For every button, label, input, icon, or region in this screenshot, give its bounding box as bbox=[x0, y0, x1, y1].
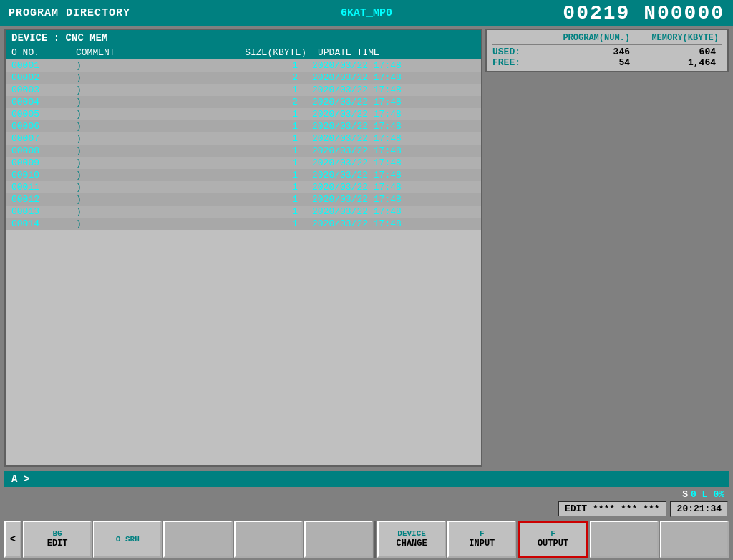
o-number: 00002 bbox=[11, 72, 76, 83]
o-number: 00011 bbox=[11, 182, 76, 193]
fkey-label-bottom: OUTPUT bbox=[538, 539, 568, 550]
top-header: PROGRAM DIRECTORY 6KAT_MP0 00219 N00000 bbox=[0, 0, 733, 26]
fkey-btn-2[interactable]: O SRH bbox=[93, 521, 162, 558]
screen: PROGRAM DIRECTORY 6KAT_MP0 00219 N00000 … bbox=[0, 0, 733, 560]
table-row[interactable]: 00006 ) 1 2020/03/22 17:48 bbox=[6, 120, 481, 132]
o-number: 00001 bbox=[11, 60, 76, 71]
fkey-label-top: F bbox=[480, 528, 485, 539]
bottom-area: A >_ S 0 L 0% EDIT **** *** *** 20:21:34… bbox=[0, 470, 733, 560]
update-time: 2020/03/22 17:48 bbox=[312, 218, 455, 229]
size-value: 1 bbox=[233, 145, 312, 156]
table-row[interactable]: 00008 ) 1 2020/03/22 17:48 bbox=[6, 145, 481, 157]
fkey-label-top: DEVICE bbox=[397, 528, 426, 539]
comment: ) bbox=[76, 60, 233, 71]
comment: ) bbox=[76, 109, 233, 120]
table-row[interactable]: 00014 ) 1 2020/03/22 17:48 bbox=[6, 218, 481, 230]
size-value: 2 bbox=[233, 97, 312, 107]
comment: ) bbox=[76, 97, 233, 107]
fkey-label-bottom: CHANGE bbox=[397, 539, 427, 550]
device-label: DEVICE : CNC_MEM bbox=[6, 30, 481, 46]
fkey-btn-8[interactable]: F OUTPUT bbox=[518, 521, 588, 558]
table-row[interactable]: 00002 ) 2 2020/03/22 17:48 bbox=[6, 72, 481, 84]
comment: ) bbox=[76, 72, 233, 83]
table-row[interactable]: 00004 ) 2 2020/03/22 17:48 bbox=[6, 96, 481, 108]
col-size-header: SIZE(KBYTE) bbox=[233, 47, 312, 58]
table-header: O NO. COMMENT SIZE(KBYTE) UPDATE TIME bbox=[6, 46, 481, 59]
input-bar: A >_ bbox=[4, 471, 729, 487]
table-row[interactable]: 00011 ) 1 2020/03/22 17:48 bbox=[6, 181, 481, 193]
right-panel: PROGRAM(NUM.) MEMORY(KBYTE) USED: 346 60… bbox=[485, 29, 729, 467]
memory-col-blank bbox=[492, 33, 550, 43]
update-time: 2020/03/22 17:48 bbox=[312, 60, 455, 71]
used-memory: 604 bbox=[636, 47, 722, 57]
machine-id: 6KAT_MP0 bbox=[341, 7, 392, 19]
o-number: 00010 bbox=[11, 170, 76, 180]
table-row[interactable]: 00009 ) 1 2020/03/22 17:48 bbox=[6, 157, 481, 169]
col-o-no-header: O NO. bbox=[11, 47, 76, 58]
size-value: 1 bbox=[233, 182, 312, 193]
size-value: 1 bbox=[233, 194, 312, 205]
fkey-btn-5[interactable] bbox=[304, 521, 373, 558]
update-time: 2020/03/22 17:48 bbox=[312, 206, 455, 217]
update-time: 2020/03/22 17:48 bbox=[312, 145, 455, 156]
update-time: 2020/03/22 17:48 bbox=[312, 97, 455, 107]
table-row[interactable]: 00001 ) 1 2020/03/22 17:48 bbox=[6, 59, 481, 72]
s-value: 0 L bbox=[691, 489, 707, 500]
fkey-btn-7[interactable]: F INPUT bbox=[447, 521, 516, 558]
size-value: 1 bbox=[233, 170, 312, 180]
comment: ) bbox=[76, 145, 233, 156]
memory-free-row: FREE: 54 1,464 bbox=[492, 57, 722, 68]
table-row[interactable]: 00013 ) 1 2020/03/22 17:48 bbox=[6, 206, 481, 218]
size-value: 1 bbox=[233, 109, 312, 120]
comment: ) bbox=[76, 206, 233, 217]
page-title: PROGRAM DIRECTORY bbox=[9, 7, 130, 19]
program-list: 00001 ) 1 2020/03/22 17:48 00002 ) 2 202… bbox=[6, 59, 481, 465]
update-time: 2020/03/22 17:48 bbox=[312, 121, 455, 132]
fkey-label-top: O SRH bbox=[116, 534, 140, 544]
main-area: DEVICE : CNC_MEM O NO. COMMENT SIZE(KBYT… bbox=[0, 26, 733, 470]
memory-header: PROGRAM(NUM.) MEMORY(KBYTE) bbox=[492, 33, 722, 45]
update-time: 2020/03/22 17:48 bbox=[312, 85, 455, 95]
size-value: 1 bbox=[233, 218, 312, 229]
fkey-btn-6[interactable]: DEVICE CHANGE bbox=[377, 521, 446, 558]
fkey-btn-3[interactable] bbox=[163, 521, 232, 558]
status-bar: S 0 L 0% bbox=[4, 488, 729, 501]
fkey-arrow-left[interactable]: < bbox=[4, 521, 21, 558]
free-memory: 1,464 bbox=[636, 57, 722, 68]
comment: ) bbox=[76, 170, 233, 180]
size-value: 2 bbox=[233, 72, 312, 83]
table-row[interactable]: 00010 ) 1 2020/03/22 17:48 bbox=[6, 169, 481, 181]
comment: ) bbox=[76, 133, 233, 144]
size-value: 1 bbox=[233, 85, 312, 95]
memory-col-programs: PROGRAM(NUM.) bbox=[550, 33, 636, 43]
comment: ) bbox=[76, 121, 233, 132]
used-label: USED: bbox=[492, 47, 550, 57]
used-programs: 346 bbox=[550, 47, 636, 57]
program-number: 00219 N00000 bbox=[563, 2, 724, 24]
table-row[interactable]: 00005 ) 1 2020/03/22 17:48 bbox=[6, 108, 481, 120]
memory-info: PROGRAM(NUM.) MEMORY(KBYTE) USED: 346 60… bbox=[485, 29, 729, 72]
size-value: 1 bbox=[233, 121, 312, 132]
fkey-btn-1[interactable]: BG EDIT bbox=[23, 521, 92, 558]
edit-mode-box: EDIT **** *** *** bbox=[558, 501, 667, 517]
free-programs: 54 bbox=[550, 57, 636, 68]
fkey-label-bottom: EDIT bbox=[47, 539, 68, 550]
table-row[interactable]: 00003 ) 1 2020/03/22 17:48 bbox=[6, 84, 481, 96]
update-time: 2020/03/22 17:48 bbox=[312, 72, 455, 83]
fkey-btn-9[interactable] bbox=[590, 521, 659, 558]
o-number: 00007 bbox=[11, 133, 76, 144]
size-value: 1 bbox=[233, 206, 312, 217]
fkey-btn-4[interactable] bbox=[234, 521, 303, 558]
free-label: FREE: bbox=[492, 57, 550, 68]
size-value: 1 bbox=[233, 133, 312, 144]
update-time: 2020/03/22 17:48 bbox=[312, 109, 455, 120]
size-value: 1 bbox=[233, 158, 312, 168]
fkey-btn-10[interactable] bbox=[660, 521, 729, 558]
o-number: 00012 bbox=[11, 194, 76, 205]
col-comment-header: COMMENT bbox=[76, 47, 233, 58]
fkey-divider bbox=[374, 521, 376, 558]
table-row[interactable]: 00007 ) 1 2020/03/22 17:48 bbox=[6, 132, 481, 145]
fkey-label-bottom: INPUT bbox=[469, 539, 495, 550]
table-row[interactable]: 00012 ) 1 2020/03/22 17:48 bbox=[6, 193, 481, 206]
update-time: 2020/03/22 17:48 bbox=[312, 158, 455, 168]
